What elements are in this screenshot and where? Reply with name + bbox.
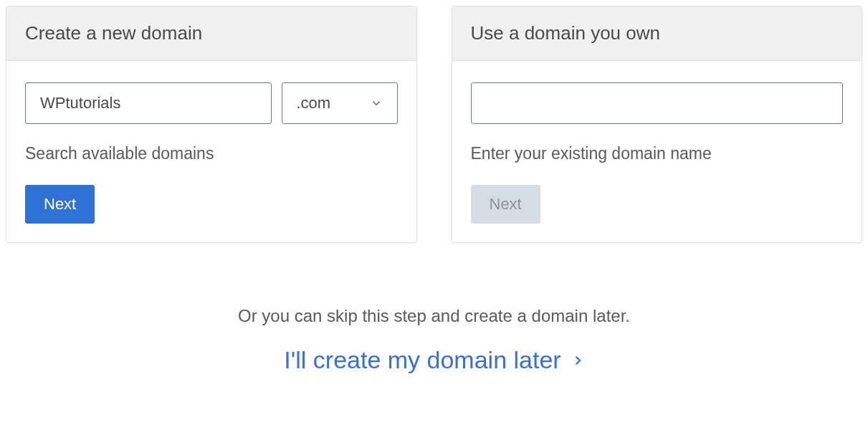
create-later-label: I'll create my domain later [284,346,561,374]
create-next-button[interactable]: Next [25,185,95,224]
chevron-right-icon [571,350,584,371]
domain-name-input[interactable] [25,82,272,124]
skip-prompt: Or you can skip this step and create a d… [6,306,862,326]
use-card-body: Enter your existing domain name Next [452,61,862,242]
use-next-button[interactable]: Next [471,185,540,224]
create-card-body: .com Search available domains Next [6,61,416,242]
skip-block: Or you can skip this step and create a d… [6,306,862,374]
create-helper-text: Search available domains [25,144,398,163]
tld-selected-value: .com [297,94,331,113]
create-later-link[interactable]: I'll create my domain later [284,346,583,374]
use-domain-card: Use a domain you own Enter your existing… [452,6,863,243]
use-card-title: Use a domain you own [471,22,844,44]
use-card-header: Use a domain you own [452,6,862,61]
existing-domain-input[interactable] [471,82,844,124]
tld-select[interactable]: .com [282,82,398,124]
create-card-header: Create a new domain [6,6,416,61]
create-input-row: .com [25,82,398,124]
use-helper-text: Enter your existing domain name [471,144,844,163]
create-domain-card: Create a new domain .com Search availabl… [6,6,417,243]
create-card-title: Create a new domain [25,22,398,44]
chevron-down-icon [370,97,383,110]
